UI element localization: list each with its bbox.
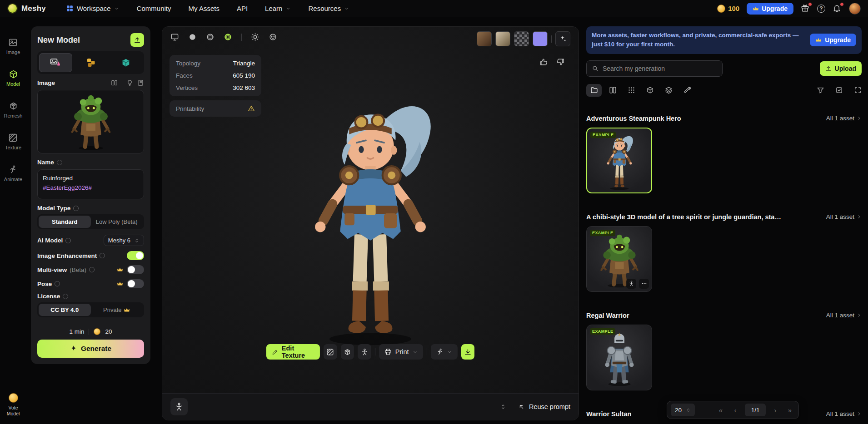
last-page-button[interactable]: »	[785, 404, 795, 415]
ai-model-select[interactable]: Meshy 6	[104, 235, 144, 246]
previous-page-button[interactable]: ‹	[730, 404, 740, 415]
banner-upgrade-button[interactable]: Upgrade	[810, 34, 856, 46]
more-options-button[interactable]	[639, 279, 649, 289]
generate-button[interactable]: Generate	[37, 340, 144, 358]
notifications-button[interactable]	[833, 4, 842, 13]
background-color-swatch[interactable]	[533, 31, 548, 46]
section-all-assets-link[interactable]: All 1 asset	[826, 213, 862, 220]
search-input[interactable]	[603, 65, 717, 72]
skeleton-pose-button[interactable]	[170, 398, 188, 415]
info-icon[interactable]	[65, 238, 71, 243]
view-tab-tools[interactable]	[679, 84, 695, 97]
shading-textured-icon[interactable]	[224, 33, 232, 41]
library-icon[interactable]	[137, 79, 144, 86]
license-cc-by[interactable]: CC BY 4.0	[39, 304, 91, 316]
tab-image-to-3d[interactable]	[39, 53, 72, 72]
asset-card-tree-spirit[interactable]: EXAMPLE	[586, 226, 652, 292]
texture-map-thumb[interactable]	[477, 31, 492, 46]
remesh-button[interactable]	[341, 344, 354, 360]
view-tab-materials[interactable]	[661, 84, 676, 97]
help-button[interactable]: ?	[817, 5, 825, 13]
reuse-prompt-button[interactable]: Reuse prompt	[518, 403, 570, 410]
fullscreen-icon[interactable]	[854, 86, 862, 94]
retexture-button[interactable]	[324, 344, 337, 360]
emote-icon[interactable]	[269, 33, 277, 41]
model-name-input[interactable]: Ruinforged #EasterEgg2026#	[37, 169, 144, 199]
texture-map-thumb[interactable]	[495, 31, 510, 46]
thumbs-down-icon[interactable]	[556, 58, 565, 66]
rail-item-animate[interactable]: Animate	[4, 165, 22, 182]
rig-button[interactable]	[358, 344, 371, 360]
nav-workspace[interactable]: Workspace	[66, 5, 120, 12]
asset-card-regal-warrior[interactable]: EXAMPLE	[586, 325, 652, 390]
page-indicator[interactable]: 1/1	[745, 404, 766, 416]
info-icon[interactable]	[73, 206, 79, 211]
vote-model-button[interactable]: Vote Model	[3, 393, 23, 417]
rail-item-texture[interactable]: Texture	[5, 133, 21, 150]
rail-item-model[interactable]: Model	[6, 69, 20, 87]
download-button[interactable]	[461, 344, 474, 360]
rig-asset-button[interactable]	[626, 279, 636, 289]
input-image-thumbnail[interactable]	[37, 90, 144, 153]
nav-my-assets[interactable]: My Assets	[189, 5, 219, 12]
ai-enhance-button[interactable]	[555, 31, 570, 46]
thumbs-up-icon[interactable]	[539, 58, 548, 66]
section-all-assets-link[interactable]: All 1 asset	[826, 410, 862, 417]
rendered-model[interactable]	[294, 90, 446, 350]
transparency-checker-thumb[interactable]	[514, 31, 529, 46]
info-icon[interactable]	[89, 267, 95, 272]
meshy-logo[interactable]: Meshy	[7, 3, 46, 14]
section-all-assets-link[interactable]: All 1 asset	[826, 115, 862, 122]
model-viewport[interactable]: Topology Triangle Faces 605 190 Vertices…	[162, 26, 579, 420]
asset-card-steampunk-hero[interactable]: EXAMPLE	[586, 128, 652, 193]
upload-asset-button[interactable]: Upload	[820, 61, 862, 76]
print-button[interactable]: Print	[379, 344, 423, 360]
shading-solid-icon[interactable]	[188, 33, 197, 41]
license-private[interactable]: Private	[91, 304, 143, 316]
info-icon[interactable]	[100, 253, 105, 258]
nav-resources[interactable]: Resources	[308, 5, 349, 12]
first-page-button[interactable]: «	[716, 404, 726, 415]
animate-menu-button[interactable]	[430, 344, 457, 360]
edit-texture-button[interactable]: Edit Texture	[266, 344, 320, 360]
nav-learn[interactable]: Learn	[265, 5, 291, 12]
lighting-icon[interactable]	[251, 33, 259, 41]
panel-upload-button[interactable]	[130, 33, 144, 47]
tab-texture-cube[interactable]	[109, 53, 142, 72]
filter-funnel-icon[interactable]	[817, 86, 824, 94]
search-box[interactable]	[586, 60, 723, 77]
next-page-button[interactable]: ›	[770, 404, 780, 415]
info-icon[interactable]	[63, 294, 68, 299]
nav-api[interactable]: API	[237, 5, 248, 12]
info-icon[interactable]	[55, 281, 60, 286]
shading-wireframe-icon[interactable]	[206, 33, 215, 41]
view-tab-models[interactable]	[642, 84, 658, 97]
collapse-toggle-icon[interactable]	[500, 404, 506, 410]
printability-card[interactable]: Printability	[170, 100, 261, 117]
rail-item-image[interactable]: Image	[6, 38, 20, 55]
view-tab-grid[interactable]	[624, 84, 639, 97]
info-icon[interactable]	[57, 160, 62, 165]
image-enhancement-toggle[interactable]	[127, 251, 144, 260]
view-tab-columns[interactable]	[605, 84, 620, 97]
hint-bulb-icon[interactable]	[126, 79, 133, 86]
multi-select-icon[interactable]	[835, 86, 843, 94]
credits-balance[interactable]: 100	[717, 5, 739, 13]
pose-label: Pose	[37, 281, 60, 287]
viewport-canvas[interactable]: Topology Triangle Faces 605 190 Vertices…	[162, 27, 579, 393]
pose-toggle[interactable]	[127, 279, 144, 288]
page-size-stepper[interactable]: 20	[671, 404, 695, 416]
view-tab-folders[interactable]	[586, 84, 602, 97]
model-type-low-poly[interactable]: Low Poly (Beta)	[91, 216, 143, 228]
compare-icon[interactable]	[111, 79, 118, 86]
section-all-assets-link[interactable]: All 1 asset	[826, 312, 862, 319]
rail-item-remesh[interactable]: Remesh	[4, 101, 23, 118]
user-avatar[interactable]	[849, 3, 861, 15]
nav-community[interactable]: Community	[137, 5, 171, 12]
upgrade-button[interactable]: Upgrade	[747, 3, 793, 15]
gift-button[interactable]	[801, 4, 810, 13]
screenshot-icon[interactable]	[170, 33, 179, 41]
multi-view-toggle[interactable]	[127, 265, 144, 274]
model-type-standard[interactable]: Standard	[39, 216, 91, 228]
tab-voxel[interactable]	[74, 53, 107, 72]
